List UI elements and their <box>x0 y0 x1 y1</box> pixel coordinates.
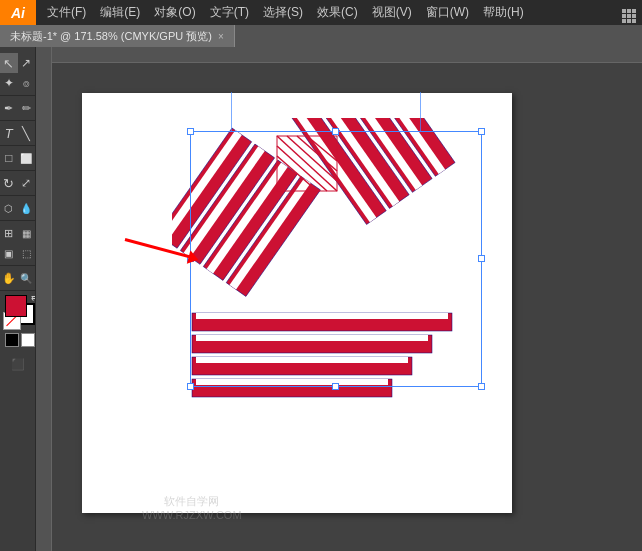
lasso-tool[interactable]: ⌾ <box>18 73 36 93</box>
chart-icon: ▦ <box>22 228 31 239</box>
pen-tool[interactable] <box>0 98 18 118</box>
line-icon <box>22 126 30 141</box>
slice-icon: ⬚ <box>22 248 31 259</box>
shape-tools <box>0 146 35 171</box>
menu-select[interactable]: 选择(S) <box>256 2 310 23</box>
artwork <box>172 118 482 408</box>
vertical-ruler <box>36 47 52 551</box>
eyedrop-icon <box>20 202 32 214</box>
pen-tools <box>0 96 35 121</box>
type-icon <box>5 126 13 141</box>
special-tools: ▦ ▣ ⬚ <box>0 221 35 266</box>
tab-bar: 未标题-1* @ 171.58% (CMYK/GPU 预览) × <box>0 25 642 47</box>
menu-window[interactable]: 窗口(W) <box>419 2 476 23</box>
direct-selection-tool[interactable] <box>18 53 36 73</box>
menu-object[interactable]: 对象(O) <box>147 2 202 23</box>
screen-mode-icon: ⬛ <box>11 358 25 371</box>
black-swatch[interactable] <box>5 333 19 347</box>
swatch-row <box>5 333 36 347</box>
menu-file[interactable]: 文件(F) <box>40 2 93 23</box>
pen-icon <box>4 102 13 115</box>
direct-select-icon <box>21 56 31 70</box>
magic-wand-tool[interactable]: ✦ <box>0 73 18 93</box>
chart-tool[interactable]: ▦ <box>18 223 36 243</box>
type-tools <box>0 121 35 146</box>
svg-rect-19 <box>196 313 448 319</box>
selection-icon <box>3 56 14 71</box>
canvas-area: 软件自学网 WWW.RJZXW.COM <box>36 47 642 551</box>
rectangle-tool[interactable] <box>0 148 18 168</box>
blend-tool[interactable]: ⬡ <box>0 198 18 218</box>
menu-edit[interactable]: 编辑(E) <box>93 2 147 23</box>
type-tool[interactable] <box>0 123 18 143</box>
svg-rect-21 <box>196 335 428 341</box>
eyedropper-tool[interactable] <box>18 198 36 218</box>
eraser-tool[interactable] <box>18 148 36 168</box>
hand-icon <box>2 272 16 285</box>
color-boxes[interactable]: ⇄ <box>5 295 36 325</box>
blend-icon: ⬡ <box>4 203 13 214</box>
transform-tools <box>0 171 35 196</box>
canvas-background[interactable]: 软件自学网 WWW.RJZXW.COM <box>52 63 642 551</box>
hand-tool[interactable] <box>0 268 18 288</box>
svg-rect-25 <box>196 379 388 385</box>
color-section: ⇄ <box>0 291 35 351</box>
selection-tool[interactable] <box>0 53 18 73</box>
slice-tool[interactable]: ⬚ <box>18 243 36 263</box>
panel-grid-icon <box>622 2 636 23</box>
artwork-svg <box>172 118 482 408</box>
line-tool[interactable] <box>18 123 36 143</box>
white-swatch[interactable] <box>21 333 35 347</box>
mesh-icon <box>4 227 13 240</box>
eraser-icon <box>20 152 32 164</box>
selection-tools: ✦ ⌾ <box>0 51 35 96</box>
menu-text[interactable]: 文字(T) <box>203 2 256 23</box>
mesh-tool[interactable] <box>0 223 18 243</box>
svg-rect-23 <box>196 357 408 363</box>
screen-mode-section: ⬛ <box>0 351 35 377</box>
lasso-icon: ⌾ <box>23 77 30 89</box>
scale-icon <box>21 176 31 190</box>
wand-icon: ✦ <box>4 76 14 90</box>
rect-icon <box>5 151 12 165</box>
rotate-tool[interactable] <box>0 173 18 193</box>
screen-mode-button[interactable]: ⬛ <box>4 354 32 374</box>
toolbar: ✦ ⌾ <box>0 47 36 551</box>
menu-view[interactable]: 视图(V) <box>365 2 419 23</box>
document-tab[interactable]: 未标题-1* @ 171.58% (CMYK/GPU 预览) × <box>0 25 235 47</box>
blend-tools: ⬡ <box>0 196 35 221</box>
title-bar: Ai 文件(F) 编辑(E) 对象(O) 文字(T) 选择(S) 效果(C) 视… <box>0 0 642 25</box>
tab-close-button[interactable]: × <box>218 31 224 42</box>
scale-tool[interactable] <box>18 173 36 193</box>
rotate-icon <box>3 176 14 191</box>
main-area: ✦ ⌾ <box>0 47 642 551</box>
menu-help[interactable]: 帮助(H) <box>476 2 531 23</box>
pencil-icon <box>22 102 31 115</box>
fill-color-box[interactable] <box>5 295 27 317</box>
zoom-tool[interactable] <box>18 268 36 288</box>
menu-effect[interactable]: 效果(C) <box>310 2 365 23</box>
tab-title: 未标题-1* @ 171.58% (CMYK/GPU 预览) <box>10 29 212 44</box>
pencil-tool[interactable] <box>18 98 36 118</box>
app-logo: Ai <box>0 0 36 25</box>
horizontal-ruler <box>36 47 642 63</box>
menu-bar: 文件(F) 编辑(E) 对象(O) 文字(T) 选择(S) 效果(C) 视图(V… <box>36 0 642 25</box>
zoom-icon <box>20 272 32 284</box>
view-tools <box>0 266 35 291</box>
artboard-tool[interactable]: ▣ <box>0 243 18 263</box>
artboard-icon: ▣ <box>4 248 13 259</box>
